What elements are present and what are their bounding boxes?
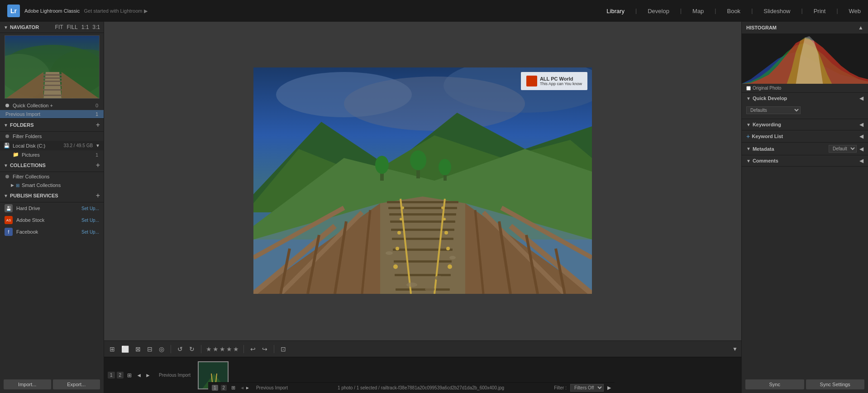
comments-header[interactable]: ▼ Comments ◀ — [742, 155, 868, 166]
quick-collection-item[interactable]: Quick Collection + 0 — [0, 101, 104, 110]
filmstrip-next[interactable]: ► — [144, 371, 152, 379]
nav-map[interactable]: Map — [692, 6, 704, 16]
svg-point-67 — [400, 218, 402, 220]
folders-header[interactable]: ▼ Folders + — [0, 119, 104, 132]
original-photo-label[interactable]: Original Photo — [746, 86, 863, 91]
filter-folders-label: Filter Folders — [13, 134, 98, 139]
status-expand[interactable]: ▶ — [607, 385, 611, 391]
nav-library[interactable]: Library — [606, 6, 625, 16]
filter-folders-item[interactable]: Filter Folders — [0, 132, 104, 141]
nav-web[interactable]: Web — [849, 6, 861, 16]
toolbar-dropdown[interactable]: ▼ — [732, 346, 738, 352]
status-prev-arrow[interactable]: ◄ — [240, 385, 244, 390]
local-disk-item[interactable]: 💾 Local Disk (C:) 33.2 / 49.5 GB ▼ — [0, 141, 104, 150]
publish-fb-setup[interactable]: Set Up... — [81, 230, 99, 235]
publish-hdd-setup[interactable]: Set Up... — [81, 206, 99, 211]
filmstrip-mode-2[interactable]: 2 — [117, 372, 124, 379]
navigator-header[interactable]: ▼ Navigator FIT FILL 1:1 3:1 — [0, 22, 104, 33]
export-button[interactable]: Export... — [53, 379, 100, 389]
keyword-list-toggle[interactable]: ◀ — [859, 133, 863, 139]
undo-button[interactable]: ↩ — [248, 345, 258, 354]
quick-dev-preset-select[interactable]: Defaults — [746, 106, 801, 114]
filmstrip-source-label[interactable]: Previous Import — [256, 385, 288, 390]
import-button[interactable]: Import... — [4, 379, 51, 389]
quick-develop-toggle[interactable]: ◀ — [859, 95, 863, 101]
metadata-toggle[interactable]: ◀ — [859, 146, 863, 152]
rotate-left-button[interactable]: ↺ — [176, 345, 185, 354]
sync-settings-button[interactable]: Sync Settings — [806, 379, 865, 389]
filmstrip-grid-icon[interactable]: ⊞ — [125, 371, 134, 379]
sync-button[interactable]: Sync — [745, 379, 804, 389]
filmstrip-prev[interactable]: ◄ — [135, 371, 143, 379]
main-image-area[interactable]: ALL PC World This App can You know — [104, 22, 741, 340]
comments-toggle[interactable]: ◀ — [859, 158, 863, 164]
rotate-right-button[interactable]: ↻ — [187, 345, 196, 354]
star-1[interactable]: ★ — [206, 345, 212, 353]
original-photo-checkbox[interactable] — [746, 86, 751, 91]
view-people-button[interactable]: ◎ — [157, 345, 166, 354]
star-5[interactable]: ★ — [233, 345, 239, 353]
disk-arrow: ▼ — [95, 143, 100, 148]
filter-collections-item[interactable]: Filter Collections — [0, 172, 104, 181]
navigator-preview[interactable] — [5, 35, 100, 99]
nav-slideshow[interactable]: Slideshow — [763, 6, 790, 16]
svg-point-23 — [410, 150, 426, 170]
view-survey-button[interactable]: ⊟ — [145, 345, 154, 354]
histogram-header[interactable]: Histogram ▲ — [742, 22, 868, 34]
publish-fb-item[interactable]: f Facebook Set Up... — [0, 226, 104, 238]
topbar-arrow[interactable]: ▶ — [144, 8, 148, 14]
smart-collections-item[interactable]: ▶ ⊞ Smart Collections — [0, 181, 104, 189]
publish-stock-item[interactable]: AS Adobe Stock Set Up... — [0, 214, 104, 226]
watermark-logo — [526, 76, 537, 86]
metadata-preset-select[interactable]: Default — [829, 145, 857, 153]
keywording-header[interactable]: ▼ Keywording ◀ — [742, 119, 868, 130]
histogram-toggle[interactable]: ▲ — [858, 24, 863, 31]
nav-book[interactable]: Book — [727, 6, 740, 16]
filter-collections-dot — [5, 175, 9, 178]
pictures-folder-item[interactable]: 📁 Pictures 1 — [0, 150, 104, 159]
zoom-fit[interactable]: FIT — [55, 24, 63, 30]
folders-add-button[interactable]: + — [96, 121, 100, 129]
quick-develop-collapse: ▼ — [746, 96, 751, 101]
nav-develop[interactable]: Develop — [648, 6, 669, 16]
zoom-3-1[interactable]: 3:1 — [92, 24, 100, 30]
keyword-list-title: Keyword List — [752, 134, 783, 139]
collections-collapse: ▼ — [4, 163, 8, 168]
zoom-1-1[interactable]: 1:1 — [81, 24, 89, 30]
star-4[interactable]: ★ — [226, 345, 232, 353]
filmstrip-mode-1[interactable]: 1 — [108, 372, 115, 379]
svg-rect-10 — [43, 95, 62, 96]
quick-develop-header[interactable]: ▼ Quick Develop ◀ — [742, 93, 868, 104]
folders-title: Folders — [10, 122, 34, 128]
view-compare-button[interactable]: ⊠ — [134, 345, 143, 354]
navigator-zoom-controls: FIT FILL 1:1 3:1 — [55, 24, 100, 30]
redo-button[interactable]: ↪ — [260, 345, 269, 354]
pictures-folder-count: 1 — [95, 152, 98, 158]
collections-add-button[interactable]: + — [96, 161, 100, 169]
status-mode-2[interactable]: 2 — [221, 385, 227, 391]
publish-services-add-button[interactable]: + — [96, 192, 100, 200]
publish-stock-setup[interactable]: Set Up... — [81, 218, 99, 223]
keyword-list-header[interactable]: + Keyword List ◀ — [742, 130, 868, 142]
filter-label: Filter : — [554, 385, 567, 390]
status-grid[interactable]: ⊞ — [229, 384, 237, 392]
nav-print[interactable]: Print — [814, 6, 826, 16]
zoom-fill[interactable]: FILL — [67, 24, 78, 30]
star-2[interactable]: ★ — [213, 345, 219, 353]
info-button[interactable]: ⊡ — [279, 345, 288, 354]
metadata-header[interactable]: ▼ Metadata Default ◀ — [742, 143, 868, 155]
keywording-toggle[interactable]: ◀ — [859, 121, 863, 128]
keywording-title: Keywording — [753, 122, 781, 127]
status-mode-1[interactable]: 1 — [212, 385, 218, 391]
status-next-arrow[interactable]: ► — [245, 385, 250, 390]
publish-hdd-item[interactable]: 💾 Hard Drive Set Up... — [0, 202, 104, 214]
view-grid-button[interactable]: ⊞ — [108, 345, 117, 354]
keyword-list-plus[interactable]: + — [746, 133, 750, 140]
svg-point-16 — [344, 77, 525, 131]
publish-services-header[interactable]: ▼ Publish Services + — [0, 189, 104, 202]
collections-header[interactable]: ▼ Collections + — [0, 159, 104, 172]
star-3[interactable]: ★ — [219, 345, 225, 353]
previous-import-item[interactable]: Previous Import 1 — [0, 110, 104, 118]
view-loupe-button[interactable]: ⬜ — [119, 345, 131, 354]
filter-select[interactable]: Filters Off — [570, 384, 604, 392]
